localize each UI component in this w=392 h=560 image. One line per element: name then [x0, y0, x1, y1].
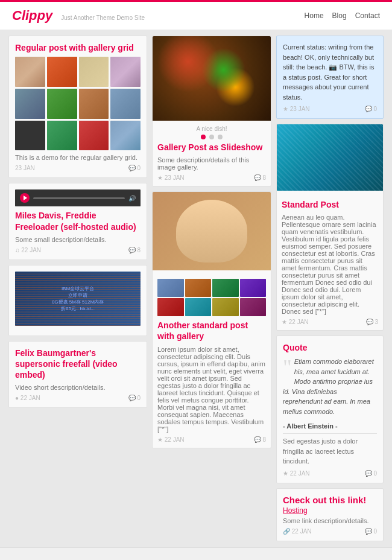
quote-comments: 💬 0	[365, 470, 377, 477]
standard-post-title[interactable]: Standard Post	[282, 199, 378, 210]
gallery-cell-8[interactable]	[110, 89, 141, 119]
gallery2-content: Another standard post with gallery Lorem…	[153, 274, 271, 447]
header: Clippy Just Another Theme Demo Site Home…	[0, 0, 392, 30]
standard-post-card: Standard Post Aenean au leo quam. Pellen…	[276, 124, 384, 331]
video-text: IBM全球云平台立即申请0G硬盘 5M存 512M内存折65元.. hb-id.…	[49, 283, 106, 314]
nav-home[interactable]: Home	[305, 11, 324, 20]
quote-extra: Sed egestas justo a dolor fringilla ac l…	[283, 436, 377, 466]
right-column: Current status: writing from the beach! …	[276, 36, 384, 541]
quote-post-card: Quote " Etiam commodo elaboraret his, me…	[276, 336, 384, 483]
audio-post-date: ♫ 22 JAN	[15, 247, 41, 253]
link-post-card: Check out this link! Hosting Some link d…	[276, 488, 384, 541]
gallery2-desc: Lorem ipsum dolor sit amet, consectetur …	[157, 346, 266, 433]
slideshow-title[interactable]: Gallery Post as Slideshow	[157, 142, 266, 153]
gallery2-person-image	[153, 192, 271, 270]
audio-volume[interactable]: 🔊	[128, 195, 136, 202]
status-comments: 💬 0	[365, 106, 377, 112]
dish-image-container	[153, 36, 271, 121]
audio-progress-bar[interactable]	[33, 197, 125, 199]
nav-blog[interactable]: Blog	[332, 11, 347, 20]
standard-post-comments: 💬 3	[366, 319, 378, 325]
link-post-title[interactable]: Check out this link!	[283, 495, 377, 505]
video-post-date: ● 22 JAN	[15, 395, 40, 401]
audio-post-comments: 💬 8	[128, 247, 141, 253]
gallery-cell-11[interactable]	[79, 121, 109, 151]
mini-cell-3[interactable]	[212, 279, 239, 297]
mini-cell-6[interactable]	[185, 298, 212, 316]
gallery-post-meta: 23 JAN 💬 0	[15, 165, 141, 171]
standard-post-meta: ★ 22 JAN 💬 3	[282, 319, 378, 325]
audio-post-card: 🔊 Miles Davis, Freddie Freeloader (self-…	[8, 183, 147, 259]
main-content: Regular post with gallery grid This is a…	[0, 30, 392, 547]
link-post-link[interactable]: Hosting	[283, 506, 377, 515]
footer: Tweets Update Follow Us on Twitter! » Re…	[0, 547, 392, 560]
standard-post-image	[277, 124, 383, 191]
play-button[interactable]	[20, 193, 30, 203]
video-post-title[interactable]: Felix Baumgartner's supersonic freefall …	[15, 348, 141, 381]
pixel-overlay	[277, 124, 383, 191]
person-face	[176, 200, 247, 262]
status-text: Current status: writing from the beach! …	[283, 42, 377, 102]
audio-player[interactable]: 🔊	[15, 189, 141, 206]
audio-post-meta: ♫ 22 JAN 💬 8	[15, 247, 141, 253]
link-post-desc: Some link description/details.	[283, 517, 377, 524]
slideshow-comments: 💬 8	[254, 174, 266, 181]
mini-cell-1[interactable]	[157, 279, 184, 297]
site-tagline: Just Another Theme Demo Site	[61, 14, 145, 21]
gallery-cell-4[interactable]	[110, 57, 141, 87]
gallery2-date: ★ 22 JAN	[157, 436, 185, 443]
divider	[283, 433, 377, 434]
link-post-date: 🔗 22 JAN	[283, 528, 312, 535]
gallery-cell-6[interactable]	[47, 89, 77, 119]
video-post-card: Felix Baumgartner's supersonic freefall …	[8, 341, 147, 409]
mini-cell-7[interactable]	[212, 298, 239, 316]
standard-post-date: ★ 22 JAN	[282, 319, 309, 325]
slideshow-content: A nice dish! Gallery Post as Slideshow S…	[153, 121, 271, 186]
mini-cell-5[interactable]	[157, 298, 184, 316]
gallery-cell-1[interactable]	[15, 57, 45, 87]
gallery-cell-9[interactable]	[15, 121, 45, 151]
dish-overlay	[153, 36, 271, 121]
audio-post-title[interactable]: Miles Davis, Freddie Freeloader (self-ho…	[15, 210, 141, 232]
gallery-cell-2[interactable]	[47, 57, 77, 87]
dot-1[interactable]	[201, 135, 206, 139]
video-ad-card: IBM全球云平台立即申请0G硬盘 5M存 512M内存折65元.. hb-id.…	[8, 265, 147, 336]
mini-cell-4[interactable]	[240, 279, 267, 297]
video-post-desc: Video short description/details.	[15, 384, 141, 391]
gallery2-title[interactable]: Another standard post with gallery	[157, 320, 266, 342]
slideshow-desc: Some description/details of this image g…	[157, 156, 266, 171]
gallery-cell-10[interactable]	[47, 121, 77, 151]
video-post-comments: 💬 0	[128, 395, 141, 401]
gallery-grid	[15, 57, 141, 150]
gallery-post-date: 23 JAN	[15, 165, 35, 171]
gallery-cell-5[interactable]	[15, 89, 45, 119]
slideshow-post-card: A nice dish! Gallery Post as Slideshow S…	[152, 36, 271, 186]
gallery-post-title[interactable]: Regular post with gallery grid	[15, 42, 141, 53]
gallery-post-desc: This is a demo for the regular gallery g…	[15, 154, 141, 161]
slideshow-dots	[157, 135, 266, 139]
slideshow-meta: ★ 23 JAN 💬 8	[157, 174, 266, 181]
slide-caption: A nice dish!	[157, 126, 266, 132]
mini-cell-2[interactable]	[185, 279, 212, 297]
gallery2-post-card: Another standard post with gallery Lorem…	[152, 191, 271, 448]
gallery-cell-3[interactable]	[79, 57, 109, 87]
mini-cell-8[interactable]	[240, 298, 267, 316]
quote-mark-icon: "	[283, 357, 292, 378]
main-nav: Home Blog Contact	[305, 11, 380, 20]
dot-3[interactable]	[218, 135, 223, 139]
mini-gallery-grid	[157, 279, 266, 316]
video-thumbnail[interactable]: IBM全球云平台立即申请0G硬盘 5M存 512M内存折65元.. hb-id.…	[15, 272, 141, 326]
nav-contact[interactable]: Contact	[355, 11, 380, 20]
quote-author: - Albert Einstein -	[283, 422, 377, 430]
site-logo: Clippy	[12, 8, 52, 24]
gallery-cell-7[interactable]	[79, 89, 109, 119]
gallery-cell-12[interactable]	[110, 121, 141, 151]
mid-column: A nice dish! Gallery Post as Slideshow S…	[152, 36, 271, 541]
link-post-meta: 🔗 22 JAN 💬 0	[283, 528, 377, 535]
audio-post-desc: Some small description/details.	[15, 236, 141, 243]
quote-post-title[interactable]: Quote	[283, 342, 377, 353]
standard-post-desc: Aenean au leo quam. Pellentesque ornare …	[282, 214, 378, 315]
slideshow-date: ★ 23 JAN	[157, 174, 185, 181]
quote-date: ★ 22 JAN	[283, 470, 310, 477]
dot-2[interactable]	[209, 135, 214, 139]
